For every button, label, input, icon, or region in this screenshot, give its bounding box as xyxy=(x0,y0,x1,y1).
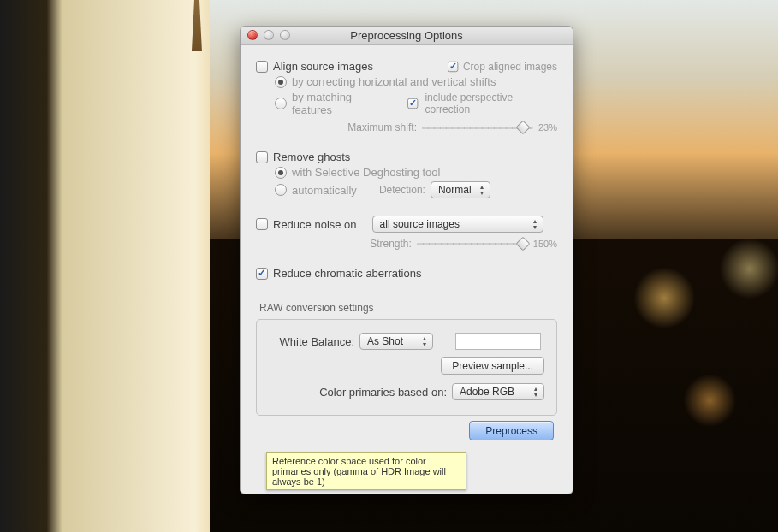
window-title: Preprocessing Options xyxy=(350,29,463,42)
chevron-updown-icon: ▴▾ xyxy=(532,386,539,398)
ghosts-detection-select[interactable]: Normal ▴▾ xyxy=(431,181,490,198)
section-align: Align source images Crop aligned images … xyxy=(256,60,557,133)
max-shift-slider[interactable] xyxy=(422,121,533,133)
minimize-icon[interactable] xyxy=(264,30,274,40)
section-raw: RAW conversion settings White Balance: A… xyxy=(256,302,557,416)
ghosts-mode-auto-radio[interactable] xyxy=(275,184,287,196)
preprocess-button[interactable]: Preprocess xyxy=(469,421,554,440)
ghosts-detection-value: Normal xyxy=(438,184,472,196)
wb-select[interactable]: As Shot ▴▾ xyxy=(359,333,433,350)
primaries-value: Adobe RGB xyxy=(460,386,514,398)
chevron-updown-icon: ▴▾ xyxy=(421,335,428,347)
raw-fieldset: White Balance: As Shot ▴▾ Preview sample… xyxy=(256,319,557,416)
ghosts-mode-auto-label: automatically xyxy=(292,184,357,197)
zoom-icon[interactable] xyxy=(280,30,290,40)
ghosts-checkbox[interactable] xyxy=(256,151,268,163)
crop-aligned-checkbox[interactable] xyxy=(448,61,458,71)
ghosts-label: Remove ghosts xyxy=(273,151,350,163)
align-mode-features-label: by matching features xyxy=(292,91,393,116)
tooltip-text: Reference color space used for color pri… xyxy=(272,456,446,487)
align-checkbox[interactable] xyxy=(256,61,268,73)
titlebar[interactable]: Preprocessing Options xyxy=(241,27,573,45)
perspective-label: include perspective correction xyxy=(425,92,557,115)
section-noise: Reduce noise on all source images ▴▾ Str… xyxy=(256,216,557,250)
primaries-select[interactable]: Adobe RGB ▴▾ xyxy=(452,383,544,400)
align-mode-features-radio[interactable] xyxy=(275,98,287,109)
preview-sample-label: Preview sample... xyxy=(452,360,533,372)
raw-section-title: RAW conversion settings xyxy=(259,302,557,314)
preprocessing-options-window: Preprocessing Options Align source image… xyxy=(240,26,573,494)
noise-target-select[interactable]: all source images ▴▾ xyxy=(372,216,543,233)
primaries-label: Color primaries based on: xyxy=(269,386,447,399)
noise-checkbox[interactable] xyxy=(256,218,268,230)
noise-strength-slider[interactable] xyxy=(417,238,528,250)
wb-custom-input[interactable] xyxy=(455,333,541,350)
ghosts-detection-label: Detection: xyxy=(379,184,425,196)
noise-strength-label: Strength: xyxy=(370,238,412,250)
footer-buttons: Cancel Preprocess xyxy=(256,421,557,440)
align-label: Align source images xyxy=(273,60,373,73)
align-mode-shifts-label: by correcting horizontal and vertical sh… xyxy=(292,75,496,88)
preview-sample-button[interactable]: Preview sample... xyxy=(441,357,544,375)
noise-target-value: all source images xyxy=(380,218,460,230)
tooltip: Reference color space used for color pri… xyxy=(266,452,466,490)
section-ghosts: Remove ghosts with Selective Deghosting … xyxy=(256,151,557,198)
crop-aligned-label: Crop aligned images xyxy=(463,61,557,73)
max-shift-label: Maximum shift: xyxy=(347,121,417,133)
chevron-updown-icon: ▴▾ xyxy=(532,218,538,230)
wb-label: White Balance: xyxy=(269,335,354,348)
chevron-updown-icon: ▴▾ xyxy=(478,184,485,196)
window-content: Align source images Crop aligned images … xyxy=(241,45,573,452)
ghosts-mode-selective-label: with Selective Deghosting tool xyxy=(292,166,440,179)
section-ca: Reduce chromatic aberrations xyxy=(256,267,557,280)
ghosts-mode-selective-radio[interactable] xyxy=(275,167,287,179)
traffic-lights xyxy=(247,30,290,40)
wb-value: As Shot xyxy=(367,335,403,347)
noise-strength-value: 150% xyxy=(533,239,557,249)
max-shift-value: 23% xyxy=(538,122,557,133)
preprocess-label: Preprocess xyxy=(485,425,537,437)
close-icon[interactable] xyxy=(247,30,258,40)
noise-label: Reduce noise on xyxy=(273,218,357,231)
ca-label: Reduce chromatic aberrations xyxy=(273,267,421,280)
perspective-checkbox[interactable] xyxy=(407,98,418,109)
ca-checkbox[interactable] xyxy=(256,268,268,280)
align-mode-shifts-radio[interactable] xyxy=(275,76,287,88)
